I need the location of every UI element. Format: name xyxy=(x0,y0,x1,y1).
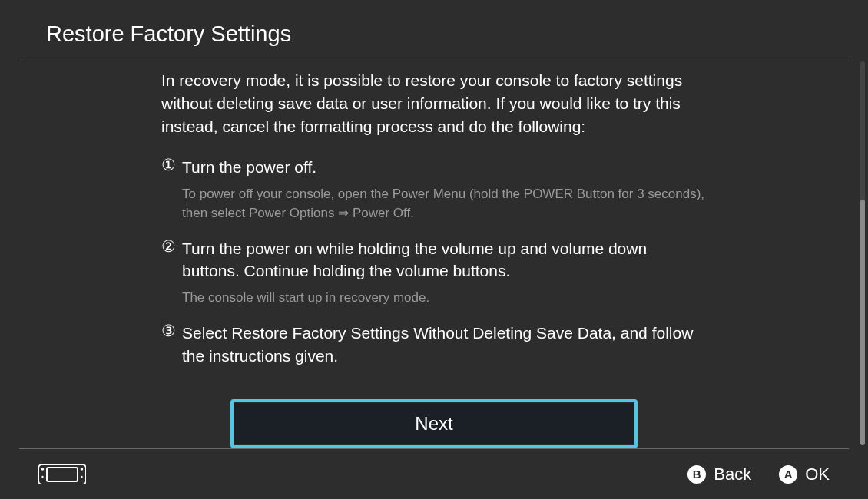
step-main-1: Turn the power off. xyxy=(182,156,707,179)
footer-content: B Back A OK xyxy=(0,449,868,499)
step-sub-2: The console will start up in recovery mo… xyxy=(182,289,707,308)
console-icon xyxy=(38,464,86,484)
svg-point-5 xyxy=(81,475,82,477)
svg-point-3 xyxy=(81,468,84,471)
step-body-1: Turn the power off. To power off your co… xyxy=(182,156,707,223)
step-2: ② Turn the power on while holding the vo… xyxy=(161,237,707,308)
step-3: ③ Select Restore Factory Settings Withou… xyxy=(161,322,707,368)
scrollbar-thumb[interactable] xyxy=(860,200,865,445)
footer: B Back A OK xyxy=(0,448,868,499)
back-label: Back xyxy=(714,464,751,484)
header: Restore Factory Settings xyxy=(0,0,868,61)
svg-point-2 xyxy=(41,468,45,471)
ok-label: OK xyxy=(805,464,830,484)
back-button[interactable]: B Back xyxy=(687,464,751,484)
step-main-3: Select Restore Factory Settings Without … xyxy=(182,322,707,368)
step-sub-1: To power off your console, open the Powe… xyxy=(182,185,707,223)
next-button[interactable]: Next xyxy=(230,399,638,448)
footer-buttons: B Back A OK xyxy=(687,464,830,484)
a-button-icon: A xyxy=(779,465,797,484)
step-number-1: ① xyxy=(161,156,176,174)
step-main-2: Turn the power on while holding the volu… xyxy=(182,237,707,283)
b-button-icon: B xyxy=(687,465,706,484)
step-number-3: ③ xyxy=(161,322,176,340)
step-1: ① Turn the power off. To power off your … xyxy=(161,156,707,223)
step-number-2: ② xyxy=(161,237,176,256)
ok-button[interactable]: A OK xyxy=(779,464,830,484)
page-title: Restore Factory Settings xyxy=(46,21,822,47)
intro-text: In recovery mode, it is possible to rest… xyxy=(161,69,707,137)
scrollbar-track[interactable] xyxy=(860,61,865,445)
content-area: In recovery mode, it is possible to rest… xyxy=(0,61,868,448)
next-button-wrapper: Next xyxy=(161,399,707,448)
step-body-2: Turn the power on while holding the volu… xyxy=(182,237,707,308)
step-body-3: Select Restore Factory Settings Without … xyxy=(182,322,707,368)
svg-point-4 xyxy=(41,475,43,477)
svg-rect-1 xyxy=(47,468,78,481)
